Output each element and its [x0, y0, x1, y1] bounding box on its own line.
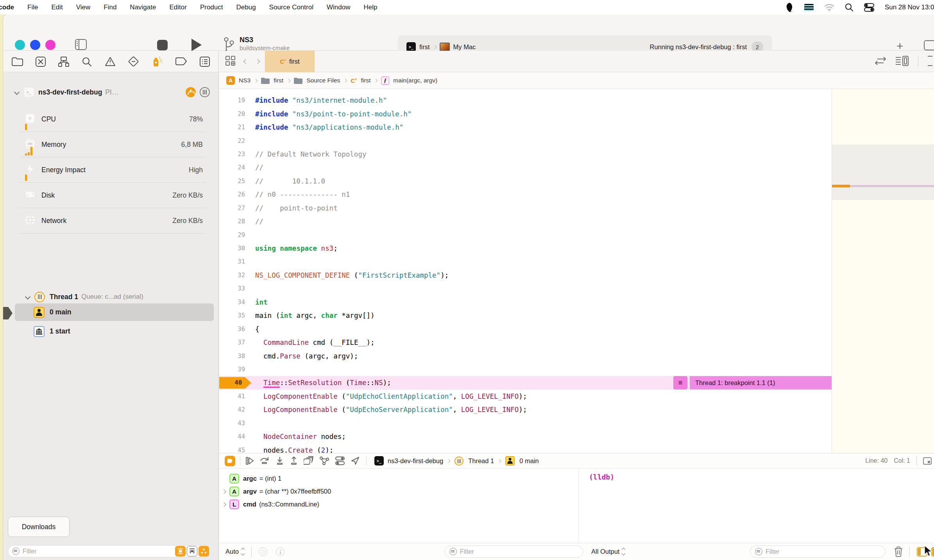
code-line[interactable]: 33: [219, 282, 832, 295]
code-line[interactable]: 31: [219, 255, 832, 268]
menu-item-product[interactable]: Product: [200, 4, 223, 11]
stat-row-energy-impact[interactable]: Energy ImpactHigh: [3, 157, 218, 183]
line-number[interactable]: 20: [219, 111, 255, 118]
menu-item-find[interactable]: Find: [104, 4, 116, 11]
zoom-window-button[interactable]: [45, 40, 55, 50]
thread-row[interactable]: Thread 1 Queue: c...ad (serial): [3, 290, 218, 304]
editor-layout-icon[interactable]: [924, 40, 934, 50]
disclosure-chevron-icon[interactable]: [14, 89, 20, 95]
line-number[interactable]: 43: [219, 420, 255, 427]
find-navigator-icon[interactable]: [82, 57, 92, 67]
stat-row-disk[interactable]: DiskZero KB/s: [3, 183, 218, 208]
jumpbar-symbol[interactable]: main(argc, argv): [393, 77, 437, 84]
line-number[interactable]: 30: [219, 245, 255, 252]
stat-row-cpu[interactable]: CPU78%: [3, 107, 218, 132]
filter-crashed-button[interactable]: [187, 546, 197, 556]
menu-item-navigate[interactable]: Navigate: [130, 4, 156, 11]
toggle-navigator-icon[interactable]: [75, 39, 87, 52]
crumb-frame[interactable]: 0 main: [519, 457, 539, 465]
code-line[interactable]: 37 CommandLine cmd (__FILE__);: [219, 336, 832, 349]
line-number[interactable]: 39: [219, 366, 255, 373]
filter-breakpoints-button[interactable]: [175, 546, 186, 556]
code-line[interactable]: 29: [219, 228, 832, 241]
code-line[interactable]: 27// point-to-point: [219, 202, 832, 215]
menu-app-xcode[interactable]: Xcode: [0, 4, 14, 11]
downloads-button[interactable]: Downloads: [8, 517, 70, 537]
code-line[interactable]: 30using namespace ns3;: [219, 242, 832, 255]
scheme-selector[interactable]: >_ first My Mac: [406, 42, 476, 52]
symbol-navigator-icon[interactable]: [58, 57, 69, 67]
test-navigator-icon[interactable]: [128, 56, 139, 67]
control-center-icon[interactable]: [864, 3, 874, 12]
variable-row-cmd[interactable]: Lcmd(ns3::CommandLine): [219, 498, 578, 511]
code-line[interactable]: 26// n0 -------------- n1: [219, 188, 832, 201]
forward-chevron-icon[interactable]: [255, 59, 260, 64]
continue-button[interactable]: [245, 456, 254, 465]
source-editor[interactable]: 19#include "ns3/internet-module.h"20#inc…: [219, 89, 832, 453]
jumpbar-file[interactable]: first: [361, 77, 370, 84]
code-line[interactable]: 21#include "ns3/applications-module.h": [219, 121, 832, 134]
menu-item-edit[interactable]: Edit: [51, 4, 63, 11]
stop-button[interactable]: [157, 40, 168, 50]
breakpoint-annotation[interactable]: Thread 1: breakpoint 1.1 (1): [690, 376, 832, 389]
menu-item-window[interactable]: Window: [327, 4, 350, 11]
input-source-icon[interactable]: [804, 4, 814, 11]
code-line[interactable]: 42 LogComponentEnable ("UdpEchoServerApp…: [219, 403, 832, 416]
breakpoint-annotation-menu-icon[interactable]: ≡: [673, 376, 687, 389]
thread-view-icon[interactable]: [200, 87, 210, 97]
line-number[interactable]: 24: [219, 164, 255, 171]
more-editor-icon[interactable]: [928, 56, 932, 68]
debug-navigator-icon[interactable]: [151, 56, 163, 67]
breakpoint-navigator-icon[interactable]: [175, 57, 187, 66]
code-line[interactable]: 23// Default Network Topology: [219, 148, 832, 161]
variables-scope-popup[interactable]: Auto: [225, 548, 239, 555]
code-line[interactable]: 45 nodes.Create (2);: [219, 443, 832, 453]
code-line[interactable]: 25// 10.1.1.0: [219, 175, 832, 188]
adjust-editor-icon[interactable]: [895, 56, 909, 68]
debug-view-hierarchy-button[interactable]: [304, 456, 314, 465]
menu-clock[interactable]: Sun 28 Nov 13:06: [885, 4, 934, 11]
code-line[interactable]: 38 cmd.Parse (argc, argv);: [219, 349, 832, 362]
line-number[interactable]: 37: [219, 339, 255, 346]
back-chevron-icon[interactable]: [243, 59, 248, 64]
clear-console-icon[interactable]: [894, 546, 903, 557]
menu-item-file[interactable]: File: [27, 4, 38, 11]
code-line[interactable]: 19#include "ns3/internet-module.h": [219, 94, 832, 107]
line-number[interactable]: 26: [219, 191, 255, 198]
code-line[interactable]: 28//: [219, 215, 832, 228]
disclosure-chevron-icon[interactable]: [222, 489, 226, 494]
performance-gauge-icon[interactable]: [186, 87, 196, 97]
variable-row-argc[interactable]: Aargc= (int) 1: [219, 472, 578, 485]
code-line[interactable]: 20#include "ns3/point-to-point-module.h": [219, 107, 832, 120]
jumpbar-group-first[interactable]: first: [274, 77, 283, 84]
menu-item-help[interactable]: Help: [363, 4, 377, 11]
navigator-filter-input[interactable]: Filter: [23, 548, 174, 555]
menu-item-editor[interactable]: Editor: [169, 4, 186, 11]
code-line[interactable]: 43: [219, 417, 832, 430]
code-line[interactable]: 41 LogComponentEnable ("UdpEchoClientApp…: [219, 390, 832, 403]
line-number[interactable]: 36: [219, 326, 255, 333]
simulate-location-button[interactable]: [351, 456, 360, 465]
breakpoint-activation-toggle[interactable]: [225, 456, 235, 466]
wifi-icon[interactable]: [824, 4, 834, 11]
line-number[interactable]: 35: [219, 312, 255, 319]
disclosure-chevron-icon[interactable]: [25, 294, 30, 300]
source-control-navigator-icon[interactable]: [36, 57, 46, 67]
line-number[interactable]: 32: [219, 272, 255, 279]
step-over-button[interactable]: [260, 456, 270, 465]
quicklook-eye-icon[interactable]: [259, 548, 267, 556]
line-number[interactable]: 38: [219, 353, 255, 360]
print-description-icon[interactable]: [276, 548, 284, 556]
disclosure-chevron-icon[interactable]: [222, 502, 226, 506]
stat-row-memory[interactable]: Memory6,8 MB: [3, 132, 218, 157]
filter-view-mode-button[interactable]: [199, 546, 209, 556]
environment-overrides-button[interactable]: [335, 456, 345, 465]
menu-item-source-control[interactable]: Source Control: [269, 4, 313, 11]
variables-filter-input[interactable]: Filter: [460, 548, 578, 555]
minimap[interactable]: [832, 89, 934, 453]
process-row[interactable]: >_ ns3-dev-first-debug PI…: [3, 84, 218, 100]
stack-frame-main[interactable]: 0 main: [15, 303, 214, 321]
device-icon[interactable]: [923, 457, 932, 465]
line-number[interactable]: 42: [219, 406, 255, 413]
code-line[interactable]: 40 Time::SetResolution (Time::NS);≡Threa…: [219, 376, 832, 389]
